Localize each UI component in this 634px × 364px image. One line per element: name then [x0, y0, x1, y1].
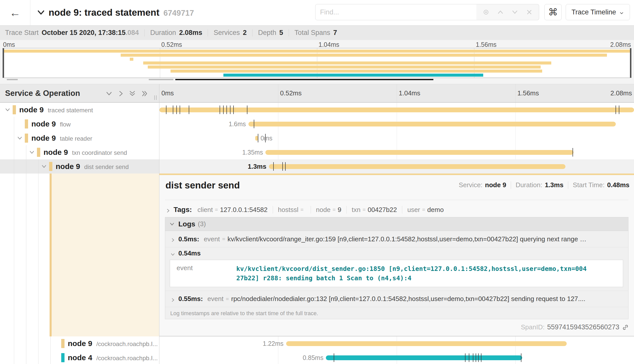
span-duration-label: 0.85ms [303, 351, 323, 364]
log-entry-row[interactable]: 0.55ms:event=rpc/nodedialer/nodedialer.g… [165, 291, 628, 307]
tag-value: demo [427, 206, 444, 214]
find-controls [476, 4, 539, 20]
span-collapse-chevron-icon[interactable] [17, 135, 23, 141]
tag-value: 00427b22 [368, 206, 397, 214]
span-service-name: node 9 [19, 105, 44, 114]
span-tree-row[interactable]: node 9traced statement [0, 103, 159, 117]
span-tree-row[interactable]: node 9table reader [0, 131, 159, 145]
find-match-target-icon[interactable] [482, 9, 490, 16]
span-color-swatch [49, 162, 52, 171]
find-prev-chevron-up-icon[interactable] [497, 9, 504, 16]
log-marker-tick [521, 353, 521, 362]
minimap-span-bar [130, 58, 133, 61]
span-duration-bar[interactable] [326, 355, 522, 360]
log-entry-row[interactable]: 0.5ms:event=kv/kvclient/kvcoord/range_it… [165, 231, 628, 247]
view-selector-button[interactable]: Trace Timeline [566, 4, 630, 20]
span-timeline-row[interactable] [159, 103, 634, 117]
tag-value: 127.0.0.1:54582 [220, 206, 268, 214]
detail-filler-background [52, 174, 159, 336]
span-service-operation: node 9traced statement [19, 103, 93, 117]
span-collapse-chevron-icon[interactable] [29, 149, 35, 155]
span-service-operation: node 9flow [31, 117, 71, 131]
minimap-scroll-segment [149, 79, 173, 80]
log-keyvalue-table: eventkv/kvclient/kvcoord/dist_sender.go:… [170, 260, 623, 287]
logs-header[interactable]: Logs (3) [165, 217, 628, 231]
span-timeline-row[interactable]: 1.22ms [159, 336, 634, 351]
log-marker-tick [465, 353, 466, 362]
log-marker-tick [619, 105, 619, 114]
tag-items: client=127.0.0.1:54582hostssl=node=9txn=… [198, 206, 444, 214]
tree-indent-guide [50, 336, 51, 351]
tree-indent-guide [14, 174, 14, 336]
keyboard-shortcuts-button[interactable]: ⌘ [544, 4, 562, 20]
span-operation-name: dist sender send [84, 163, 129, 170]
tree-indent-guide [14, 159, 14, 174]
tag-equals: = [363, 207, 366, 213]
timeline-ruler: 0ms0.52ms1.04ms1.56ms2.08ms [159, 84, 634, 102]
minimap-right-scrubber-handle[interactable] [630, 48, 631, 78]
tags-label: Tags: [174, 206, 192, 214]
span-collapse-chevron-icon[interactable] [41, 163, 47, 169]
log-marker-tick [254, 120, 254, 128]
column-resize-grip[interactable] [154, 95, 157, 100]
find-next-chevron-down-icon[interactable] [511, 9, 518, 16]
span-tree-row[interactable]: node 9txn coordinator send [0, 145, 159, 159]
span-operation-name: flow [60, 121, 71, 128]
minimap-left-scrubber-handle[interactable] [3, 48, 4, 78]
minimap-span-bar [3, 50, 631, 53]
span-tree-row[interactable]: node 9/cockroach.roachpb.I... [0, 336, 159, 351]
span-timeline-row[interactable]: 0.85ms [159, 351, 634, 364]
expand-one-chevron-right-icon[interactable] [117, 90, 124, 97]
service-operation-header: Service & Operation [5, 84, 80, 102]
span-duration-bar[interactable] [159, 108, 634, 112]
span-timeline-row[interactable]: 1.6ms [159, 117, 634, 131]
collapse-all-double-chevron-down-icon[interactable] [129, 90, 136, 97]
span-duration-bar[interactable] [265, 150, 574, 155]
span-duration-bar[interactable] [248, 122, 616, 126]
span-service-name: node 4 [68, 353, 92, 362]
expand-all-double-chevron-right-icon[interactable] [141, 90, 148, 97]
services-label: Services [214, 29, 240, 37]
log-field-value: kv/kvclient/kvcoord/dist_sender.go:1850 … [236, 264, 588, 283]
divider [402, 206, 402, 213]
tag-item: user=demo [407, 206, 444, 214]
tag-equals: = [422, 207, 425, 213]
log-marker-tick [273, 162, 274, 171]
log-marker-tick [258, 134, 258, 142]
span-timeline-row[interactable]: 1.35ms [159, 145, 634, 159]
logs-footer-note: Log timestamps are relative to the start… [165, 307, 628, 317]
column-divider[interactable] [159, 84, 159, 364]
tags-row[interactable]: Tags: client=127.0.0.1:54582hostssl=node… [165, 204, 444, 216]
span-color-swatch [25, 134, 28, 143]
minimap-canvas[interactable] [3, 48, 631, 78]
find-input[interactable] [315, 4, 477, 20]
service-label: Service: [459, 181, 482, 189]
span-timeline-row[interactable]: 0ms [159, 131, 634, 145]
span-id-row: SpanID: 5597415943526560273 [521, 323, 629, 331]
log-marker-tick [220, 105, 220, 114]
collapse-one-chevron-down-icon[interactable] [105, 90, 113, 97]
span-operation-name: /cockroach.roachpb.I... [96, 340, 158, 347]
minimap-tick-label: 2.08ms [610, 41, 631, 48]
tag-equals: = [333, 207, 336, 213]
tree-indent-guide [14, 145, 14, 159]
span-grid-header: Service & Operation 0ms0.52ms1.04ms1.56m… [0, 84, 634, 103]
log-marker-tick [476, 353, 476, 362]
span-collapse-chevron-icon[interactable] [5, 107, 11, 113]
span-duration-bar[interactable] [286, 341, 567, 346]
span-operation-name: /cockroach.roachpb.I... [96, 355, 158, 361]
span-service-operation: node 9txn coordinator send [44, 145, 127, 159]
span-link-icon[interactable] [622, 324, 629, 331]
span-tree-row[interactable]: node 9dist sender send [0, 159, 159, 174]
span-detail-panel: dist sender send Service: node 9 Duratio… [159, 174, 634, 336]
span-tree-row[interactable]: node 4/cockroach.roachpb.I... [0, 351, 159, 364]
span-detail-title: dist sender send [165, 180, 240, 191]
total-spans-label: Total Spans [294, 29, 330, 37]
span-timeline-row[interactable]: 1.3ms [159, 159, 634, 174]
span-duration-bar[interactable] [269, 164, 566, 169]
find-clear-x-icon[interactable] [526, 9, 533, 16]
log-entry-expanded-header[interactable]: 0.54ms [165, 247, 628, 259]
collapse-trace-chevron-icon[interactable] [36, 9, 46, 17]
back-button[interactable]: ← [0, 0, 30, 25]
span-tree-row[interactable]: node 9flow [0, 117, 159, 131]
